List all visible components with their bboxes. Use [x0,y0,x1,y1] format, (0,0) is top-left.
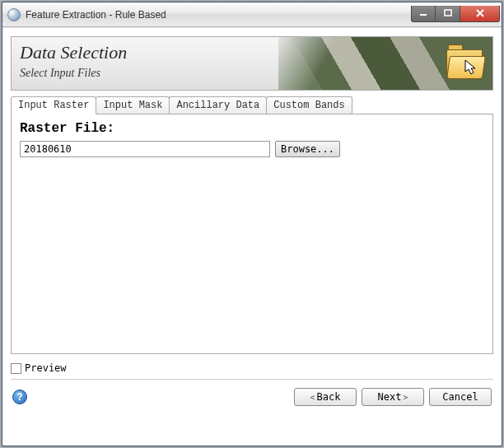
app-icon [7,8,21,21]
preview-label: Preview [25,362,67,374]
tab-strip: Input Raster Input Mask Ancillary Data C… [11,96,493,114]
raster-file-input[interactable] [20,141,270,157]
svg-marker-4 [465,60,475,74]
next-label: Next [378,391,402,403]
client-area: Data Selection Select Input Files Input … [2,27,502,446]
preview-checkbox[interactable] [11,363,21,374]
back-label: Back [317,391,341,403]
banner: Data Selection Select Input Files [11,36,493,91]
minimize-button[interactable] [411,6,436,22]
maximize-button[interactable] [436,6,460,22]
window-title: Feature Extraction - Rule Based [26,9,411,21]
browse-button[interactable]: Browse... [275,141,340,157]
cursor-icon [464,59,479,76]
divider [11,379,493,380]
tab-input-mask[interactable]: Input Mask [96,96,170,114]
folder-icon [446,49,483,77]
tab-ancillary-data[interactable]: Ancillary Data [169,96,267,114]
titlebar[interactable]: Feature Extraction - Rule Based [2,2,502,27]
tab-panel-input-raster: Raster File: Browse... [11,114,493,354]
tab-input-raster[interactable]: Input Raster [11,96,96,114]
chevron-right-icon: > [403,393,408,402]
cancel-button[interactable]: Cancel [429,388,492,406]
next-button[interactable]: Next > [362,388,424,406]
window-controls [411,6,500,24]
chevron-left-icon: < [310,393,315,402]
back-button[interactable]: < Back [294,388,357,406]
footer: ? < Back Next > Cancel [2,385,502,414]
banner-title: Data Selection [20,42,127,63]
tab-custom-bands[interactable]: Custom Bands [266,96,352,114]
svg-rect-1 [445,10,451,16]
preview-row: Preview [11,362,493,374]
banner-subtitle: Select Input Files [20,67,127,80]
close-button[interactable] [460,6,500,22]
banner-image [278,37,492,90]
raster-file-label: Raster File: [20,121,484,136]
help-icon[interactable]: ? [12,390,27,404]
window: Feature Extraction - Rule Based Data Sel… [2,2,502,446]
